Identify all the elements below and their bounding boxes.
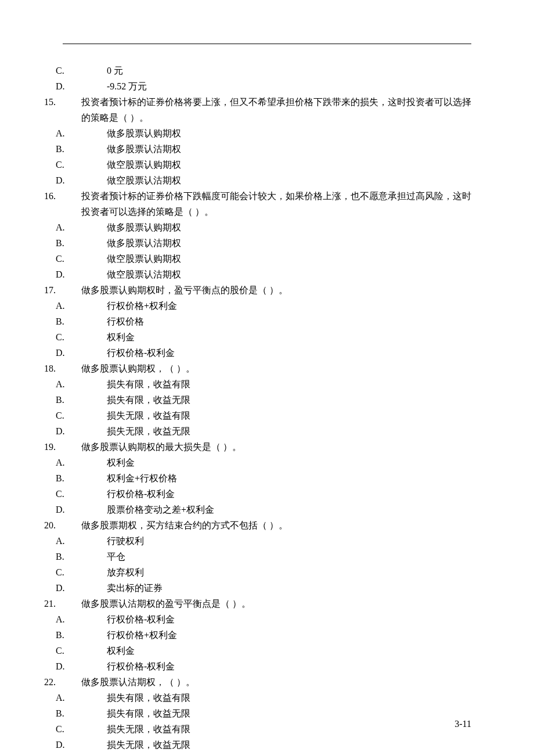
option-text: 做多股票认沽期权 xyxy=(107,144,181,154)
option-row: D.损失无限，收益无限 xyxy=(63,737,471,753)
option-text: 行权价格-权利金 xyxy=(107,614,175,624)
option-row: D.行权价格-权利金 xyxy=(63,658,471,674)
question-stem: 22.做多股票认沽期权，（ ）。 xyxy=(63,674,471,690)
question-number: 19. xyxy=(63,439,81,455)
option-text: 做空股票认沽期权 xyxy=(107,175,181,185)
question-stem: 19.做多股票认购期权的最大损失是（ ）。 xyxy=(63,439,471,455)
option-row: C.损失无限，收益有限 xyxy=(63,721,471,737)
option-marker: D. xyxy=(81,172,93,188)
option-marker: A. xyxy=(81,455,93,470)
question-stem: 15.投资者预计标的证券价格将要上涨，但又不希望承担价格下跌带来的损失，这时投资… xyxy=(63,94,471,125)
option-text: 损失无限，收益有限 xyxy=(107,411,190,420)
option-text: 做多股票认购期权 xyxy=(107,222,181,232)
option-marker: B. xyxy=(81,549,93,564)
question-number: 22. xyxy=(63,674,81,690)
option-marker: C. xyxy=(81,564,93,580)
page: C.0 元 D.-9.52 万元 15.投资者预计标的证券价格将要上涨，但又不希… xyxy=(0,0,534,756)
top-rule xyxy=(63,44,471,44)
option-row: A.损失有限，收益有限 xyxy=(63,376,471,392)
option-marker: C. xyxy=(81,643,93,658)
option-row: C.损失无限，收益有限 xyxy=(63,408,471,423)
option-text: 行驶权利 xyxy=(107,536,144,546)
option-text: 行权价格-权利金 xyxy=(107,489,175,499)
option-row: D.行权价格-权利金 xyxy=(63,345,471,361)
option-marker: B. xyxy=(81,627,93,643)
option-row: B.行权价格 xyxy=(63,314,471,329)
option-text: 权利金 xyxy=(107,458,135,467)
option-row: C.权利金 xyxy=(63,643,471,658)
option-row: D.股票价格变动之差+权利金 xyxy=(63,502,471,517)
option-marker: B. xyxy=(81,235,93,251)
option-row: C.放弃权利 xyxy=(63,564,471,580)
option-row: C.行权价格-权利金 xyxy=(63,486,471,502)
question-number: 18. xyxy=(63,361,81,376)
option-text: 权利金+行权价格 xyxy=(107,473,177,483)
question-number: 21. xyxy=(63,596,81,611)
option-row: B.损失有限，收益无限 xyxy=(63,705,471,721)
option-row: D.损失无限，收益无限 xyxy=(63,423,471,439)
option-marker: A. xyxy=(81,690,93,705)
option-row: C.权利金 xyxy=(63,329,471,345)
option-text: 做空股票认购期权 xyxy=(107,254,181,264)
option-text: 股票价格变动之差+权利金 xyxy=(107,505,214,514)
content: C.0 元 D.-9.52 万元 15.投资者预计标的证券价格将要上涨，但又不希… xyxy=(63,63,471,753)
option-row: C.0 元 xyxy=(63,63,471,78)
question-number: 20. xyxy=(63,517,81,533)
option-text: 行权价格 xyxy=(107,316,144,326)
option-row: A.行驶权利 xyxy=(63,533,471,549)
option-text: 损失无限，收益有限 xyxy=(107,724,190,734)
option-row: D.-9.52 万元 xyxy=(63,78,471,94)
option-text: 权利金 xyxy=(107,332,135,342)
option-row: B.损失有限，收益无限 xyxy=(63,392,471,408)
option-row: D.卖出标的证券 xyxy=(63,580,471,596)
question-number: 17. xyxy=(63,282,81,298)
option-marker: C. xyxy=(81,63,93,78)
option-text: -9.52 万元 xyxy=(107,81,147,91)
option-text: 行权价格+权利金 xyxy=(107,301,177,311)
option-marker: A. xyxy=(81,376,93,392)
option-text: 权利金 xyxy=(107,646,135,656)
question-number: 15. xyxy=(63,94,81,110)
option-row: C.做空股票认购期权 xyxy=(63,157,471,172)
option-text: 做空股票认沽期权 xyxy=(107,269,181,279)
option-marker: C. xyxy=(81,251,93,267)
option-text: 损失有限，收益无限 xyxy=(107,395,190,405)
option-marker: D. xyxy=(81,423,93,439)
option-marker: D. xyxy=(81,267,93,282)
question-text: 投资者预计标的证券价格下跌幅度可能会计较大，如果价格上涨，也不愿意承担过高风险，… xyxy=(81,191,471,217)
option-marker: C. xyxy=(81,157,93,172)
question-stem: 18.做多股票认购期权，（ ）。 xyxy=(63,361,471,376)
option-marker: C. xyxy=(81,721,93,737)
question-stem: 16.投资者预计标的证券价格下跌幅度可能会计较大，如果价格上涨，也不愿意承担过高… xyxy=(63,188,471,219)
option-marker: A. xyxy=(81,219,93,235)
option-text: 卖出标的证券 xyxy=(107,583,163,593)
option-marker: C. xyxy=(81,408,93,423)
option-text: 做多股票认购期权 xyxy=(107,128,181,138)
option-marker: B. xyxy=(81,705,93,721)
option-row: A.做多股票认购期权 xyxy=(63,219,471,235)
option-row: D.做空股票认沽期权 xyxy=(63,267,471,282)
question-text: 做多股票认购期权时，盈亏平衡点的股价是（ ）。 xyxy=(81,285,288,295)
option-row: A.行权价格-权利金 xyxy=(63,611,471,627)
option-row: A.做多股票认购期权 xyxy=(63,125,471,141)
question-text: 做多股票认购期权的最大损失是（ ）。 xyxy=(81,442,241,452)
option-marker: B. xyxy=(81,314,93,329)
option-row: D.做空股票认沽期权 xyxy=(63,172,471,188)
option-marker: D. xyxy=(81,78,93,94)
option-marker: D. xyxy=(81,737,93,753)
option-marker: C. xyxy=(81,329,93,345)
question-number: 16. xyxy=(63,188,81,204)
question-text: 做多股票期权，买方结束合约的方式不包括（ ）。 xyxy=(81,520,288,530)
question-stem: 17.做多股票认购期权时，盈亏平衡点的股价是（ ）。 xyxy=(63,282,471,298)
option-marker: B. xyxy=(81,141,93,157)
option-text: 平仓 xyxy=(107,552,125,561)
option-row: C.做空股票认购期权 xyxy=(63,251,471,267)
option-text: 损失有限，收益有限 xyxy=(107,693,190,703)
option-text: 放弃权利 xyxy=(107,567,144,577)
option-marker: D. xyxy=(81,502,93,517)
question-stem: 21.做多股票认沽期权的盈亏平衡点是（ ）。 xyxy=(63,596,471,611)
option-text: 做空股票认购期权 xyxy=(107,160,181,170)
option-text: 损失无限，收益无限 xyxy=(107,426,190,436)
option-text: 损失有限，收益有限 xyxy=(107,379,190,389)
option-text: 损失有限，收益无限 xyxy=(107,708,190,718)
